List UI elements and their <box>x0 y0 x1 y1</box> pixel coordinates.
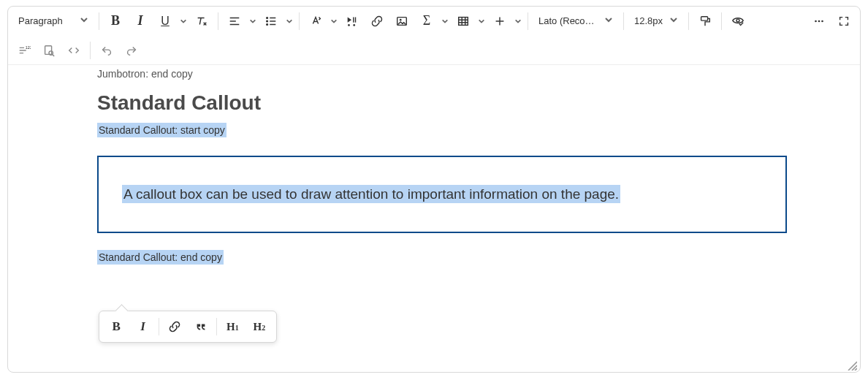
h1-icon: H1 <box>226 321 239 333</box>
insert-more-button[interactable] <box>488 10 511 32</box>
h2-icon: H2 <box>253 321 265 333</box>
fullscreen-icon <box>837 15 850 28</box>
separator <box>721 12 722 30</box>
separator <box>299 12 300 30</box>
table-icon <box>457 15 470 28</box>
svg-point-5 <box>267 23 268 25</box>
svg-point-27 <box>821 20 823 22</box>
svg-rect-32 <box>45 45 52 54</box>
block-format-select[interactable]: Paragraph <box>12 10 94 32</box>
list-more[interactable] <box>284 18 294 25</box>
quicklink-button[interactable] <box>365 10 389 32</box>
font-family-select[interactable]: Lato (Recomme… <box>533 10 619 32</box>
float-link-button[interactable] <box>162 314 187 339</box>
underline-icon: U <box>161 15 170 28</box>
float-h1-button[interactable]: H1 <box>220 314 245 339</box>
separator <box>528 12 528 30</box>
text-color-more[interactable] <box>329 18 339 25</box>
bold-icon: B <box>111 13 120 28</box>
align-more[interactable] <box>248 18 258 25</box>
separator <box>216 318 217 335</box>
float-quote-button[interactable] <box>189 314 213 339</box>
chevron-down-icon <box>669 15 678 26</box>
undo-icon <box>100 44 113 57</box>
preview-button[interactable] <box>37 39 61 61</box>
font-family-label: Lato (Recomme… <box>538 15 600 26</box>
equation-button[interactable]: Σ <box>415 10 438 32</box>
svg-point-15 <box>400 18 402 20</box>
content-inner: Jumbotron: end copy Standard Callout Sta… <box>8 68 860 264</box>
accessibility-checker-button[interactable] <box>726 10 750 32</box>
chevron-down-icon <box>604 15 613 26</box>
redo-icon <box>125 44 138 57</box>
toolbar-row-1: Paragraph B I U <box>8 7 860 36</box>
source-code-button[interactable] <box>62 39 85 61</box>
svg-marker-9 <box>348 17 351 22</box>
float-h2-button[interactable]: H2 <box>247 314 272 339</box>
separator <box>159 318 159 335</box>
insert-stuff-button[interactable] <box>340 10 364 32</box>
overflow-menu-button[interactable] <box>807 10 831 32</box>
code-icon <box>67 44 80 57</box>
selection-toolbar: B I H1 H2 <box>99 311 277 343</box>
insert-more-dropdown[interactable] <box>513 18 523 25</box>
link-icon <box>370 15 384 28</box>
align-button[interactable] <box>223 10 246 32</box>
italic-button[interactable]: I <box>129 10 152 32</box>
svg-text:123: 123 <box>26 45 31 50</box>
svg-rect-23 <box>701 16 708 20</box>
text-color-icon <box>309 15 322 28</box>
callout-box: A callout box can be used to draw attent… <box>97 156 787 233</box>
eye-check-icon <box>731 15 745 28</box>
fullscreen-button[interactable] <box>832 10 856 32</box>
svg-point-26 <box>818 20 821 22</box>
equation-more[interactable] <box>440 18 450 25</box>
heading-standard-callout: Standard Callout <box>8 91 860 115</box>
block-format-label: Paragraph <box>18 15 63 26</box>
table-button[interactable] <box>452 10 475 32</box>
word-count-icon: 123 <box>18 44 31 57</box>
quote-icon <box>194 320 208 333</box>
image-button[interactable] <box>390 10 414 32</box>
highlighted-text: Standard Callout: start copy <box>97 123 226 137</box>
font-size-select[interactable]: 12.8px <box>628 10 684 32</box>
insert-stuff-icon <box>346 15 359 28</box>
svg-point-25 <box>815 20 817 22</box>
chevron-down-icon <box>80 15 88 26</box>
format-painter-button[interactable] <box>693 10 717 32</box>
float-bold-button[interactable]: B <box>104 314 129 339</box>
callout-start-marker: Standard Callout: start copy <box>8 123 860 137</box>
link-icon <box>168 320 181 333</box>
separator <box>218 12 218 30</box>
separator <box>99 12 99 30</box>
bold-button[interactable]: B <box>104 10 127 32</box>
highlighted-text: Standard Callout: end copy <box>97 250 224 265</box>
svg-point-24 <box>736 19 739 22</box>
page-search-icon <box>42 44 56 57</box>
list-icon <box>264 15 278 28</box>
word-count-button[interactable]: 123 <box>12 39 36 61</box>
svg-point-3 <box>267 17 268 18</box>
italic-icon: I <box>140 319 145 334</box>
list-button[interactable] <box>259 10 283 32</box>
clear-formatting-icon <box>195 15 208 28</box>
text-color-button[interactable] <box>304 10 327 32</box>
svg-point-12 <box>348 24 350 26</box>
clear-formatting-button[interactable] <box>190 10 213 32</box>
editor-frame: Paragraph B I U <box>7 6 861 373</box>
image-icon <box>395 15 408 28</box>
callout-text: A callout box can be used to draw attent… <box>122 185 620 203</box>
underline-more[interactable] <box>178 18 189 25</box>
underline-button[interactable]: U <box>153 10 177 32</box>
redo-button[interactable] <box>120 39 143 61</box>
dots-icon <box>812 15 826 28</box>
format-painter-icon <box>698 15 712 28</box>
undo-button[interactable] <box>95 39 118 61</box>
separator <box>688 12 689 30</box>
float-italic-button[interactable]: I <box>130 314 155 339</box>
separator <box>90 42 91 59</box>
svg-point-13 <box>353 24 355 26</box>
svg-rect-16 <box>459 17 468 25</box>
table-more[interactable] <box>476 18 487 25</box>
callout-end-marker: Standard Callout: end copy <box>8 251 860 264</box>
